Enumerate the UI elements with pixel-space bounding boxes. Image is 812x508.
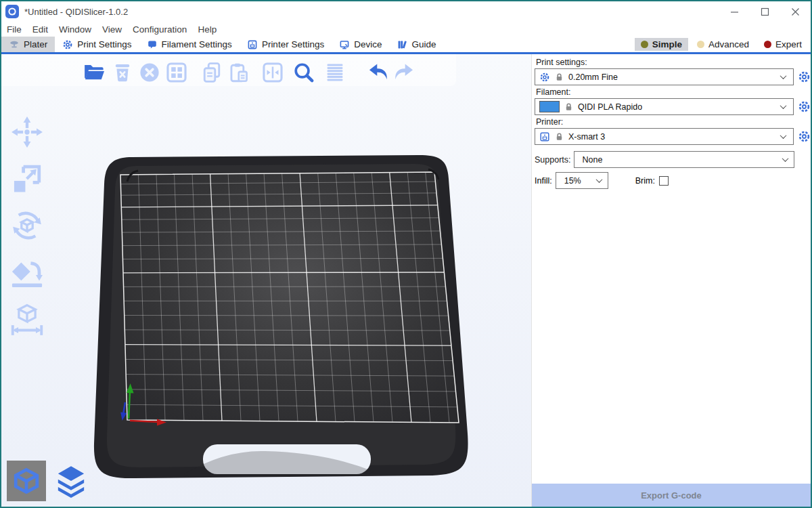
lock-icon xyxy=(555,132,564,141)
search-icon[interactable] xyxy=(292,61,315,84)
printer-value: X-smart 3 xyxy=(568,132,776,142)
expert-dot-icon xyxy=(764,41,771,48)
print-settings-gear-button[interactable] xyxy=(797,70,811,84)
scale-gizmo-icon[interactable] xyxy=(9,161,45,196)
print-bed xyxy=(1,54,531,507)
brim-checkbox[interactable] xyxy=(659,176,669,186)
filament-gear-button[interactable] xyxy=(797,100,811,114)
filament-color-swatch xyxy=(539,101,560,112)
maximize-button[interactable] xyxy=(761,7,769,16)
arrange-icon[interactable] xyxy=(165,61,188,84)
close-button[interactable] xyxy=(791,7,800,16)
menu-edit[interactable]: Edit xyxy=(27,22,53,37)
chevron-down-icon xyxy=(782,155,789,162)
place-on-face-gizmo-icon[interactable] xyxy=(9,255,45,290)
chevron-down-icon xyxy=(595,176,602,183)
filament-label: Filament: xyxy=(536,87,811,97)
view-toggles xyxy=(7,461,91,501)
settings-sidebar: Print settings: 0.20mm Fine Filament: xyxy=(531,54,811,507)
delete-all-icon[interactable] xyxy=(138,61,161,84)
gear-icon xyxy=(539,72,550,83)
app-window: *Untitled - QIDISlicer-1.0.2 File Edit W… xyxy=(0,0,812,508)
chevron-down-icon xyxy=(780,102,787,109)
printer-gear-button[interactable] xyxy=(797,130,811,144)
printer-combo[interactable]: X-smart 3 xyxy=(535,128,794,145)
paste-icon[interactable] xyxy=(227,61,250,84)
undo-icon[interactable] xyxy=(367,61,390,84)
tab-bar: Plater Print Settings Filament Settings … xyxy=(1,37,811,54)
device-icon xyxy=(339,39,350,50)
mode-simple[interactable]: Simple xyxy=(635,38,688,51)
menu-window[interactable]: Window xyxy=(53,22,97,37)
layers-icon xyxy=(54,463,88,499)
chevron-down-icon xyxy=(780,72,787,79)
split-objects-icon[interactable] xyxy=(261,61,284,84)
tab-plater[interactable]: Plater xyxy=(1,37,55,52)
rotate-gizmo-icon[interactable] xyxy=(9,208,45,243)
menu-help[interactable]: Help xyxy=(192,22,222,37)
mode-selector: Simple Advanced Expert xyxy=(635,37,811,52)
menu-file[interactable]: File xyxy=(1,22,27,37)
guide-icon xyxy=(397,39,407,50)
move-gizmo-icon[interactable] xyxy=(9,114,45,150)
open-folder-icon[interactable] xyxy=(83,61,106,84)
filament-combo[interactable]: QIDI PLA Rapido xyxy=(535,98,794,115)
gear-icon xyxy=(62,39,73,50)
copy-icon[interactable] xyxy=(200,61,223,84)
tab-filament-settings[interactable]: Filament Settings xyxy=(139,37,240,52)
print-settings-label: Print settings: xyxy=(536,58,811,67)
menu-bar: File Edit Window View Configuration Help xyxy=(1,22,811,37)
infill-select[interactable]: 15% xyxy=(556,172,608,189)
delete-icon[interactable] xyxy=(111,61,134,84)
brim-label: Brim: xyxy=(635,176,655,186)
minimize-button[interactable] xyxy=(730,7,739,16)
title-bar[interactable]: *Untitled - QIDISlicer-1.0.2 xyxy=(1,1,811,22)
app-logo-icon xyxy=(5,5,19,18)
cube-icon xyxy=(12,465,41,496)
window-title: *Untitled - QIDISlicer-1.0.2 xyxy=(24,7,128,17)
export-gcode-button[interactable]: Export G-code xyxy=(532,484,811,507)
menu-configuration[interactable]: Configuration xyxy=(127,22,192,37)
tab-device[interactable]: Device xyxy=(332,37,389,52)
printer-icon xyxy=(539,131,550,142)
measure-gizmo-icon[interactable] xyxy=(9,301,45,337)
3d-editor-view-button[interactable] xyxy=(7,461,46,501)
advanced-dot-icon xyxy=(697,41,704,48)
supports-select[interactable]: None xyxy=(574,151,794,168)
tab-printer-settings[interactable]: Printer Settings xyxy=(240,37,332,52)
redo-icon[interactable] xyxy=(392,61,415,84)
supports-label: Supports: xyxy=(535,155,571,165)
lock-icon xyxy=(564,102,573,111)
plater-toolbar xyxy=(83,61,415,84)
simple-dot-icon xyxy=(641,41,648,48)
infill-label: Infill: xyxy=(535,176,552,186)
gizmo-toolbar xyxy=(9,114,45,337)
3d-viewport[interactable] xyxy=(1,54,531,507)
mode-advanced[interactable]: Advanced xyxy=(691,38,755,51)
filament-value: QIDI PLA Rapido xyxy=(578,102,776,112)
tab-guide[interactable]: Guide xyxy=(389,37,443,52)
mode-expert[interactable]: Expert xyxy=(758,38,808,51)
filament-icon xyxy=(147,39,158,50)
print-settings-combo[interactable]: 0.20mm Fine xyxy=(535,68,794,85)
preview-view-button[interactable] xyxy=(51,461,91,501)
chevron-down-icon xyxy=(780,132,787,139)
print-settings-value: 0.20mm Fine xyxy=(568,72,776,82)
tab-print-settings[interactable]: Print Settings xyxy=(55,37,139,52)
plater-icon xyxy=(9,39,20,50)
lock-icon xyxy=(555,72,564,81)
printer-icon xyxy=(247,39,258,50)
menu-view[interactable]: View xyxy=(97,22,127,37)
printer-label: Printer: xyxy=(536,117,811,127)
variable-layer-height-icon[interactable] xyxy=(323,61,346,84)
